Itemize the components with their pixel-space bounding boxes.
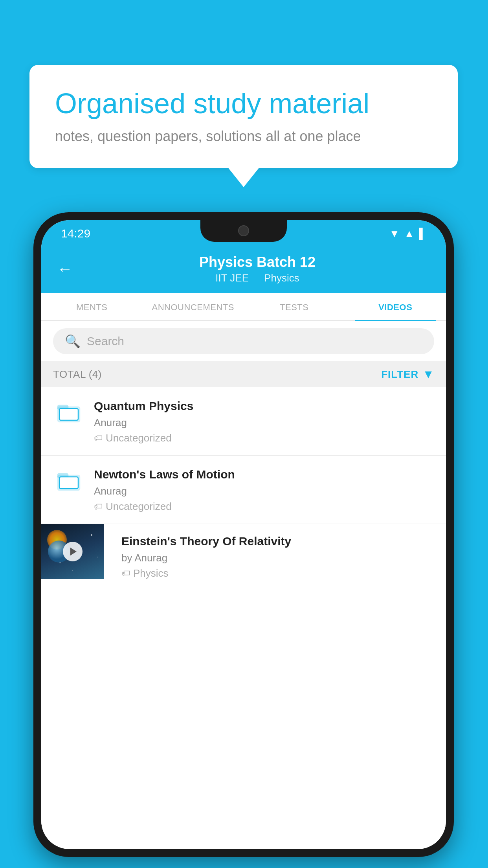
wifi-icon: ▼ [389, 228, 400, 240]
thumbnail-space-bg [41, 524, 104, 579]
filter-label: FILTER [381, 368, 418, 381]
phone-screen: 14:29 ▼ ▲ ▌ ← Physics Batch 12 IIT JEE P… [41, 220, 446, 849]
video-author-2: Anurag [94, 485, 434, 497]
subtitle-part2: Physics [264, 272, 299, 284]
svg-point-8 [97, 557, 98, 557]
search-box[interactable]: 🔍 Search [53, 328, 434, 354]
svg-rect-5 [59, 477, 78, 489]
bubble-subtitle: notes, question papers, solutions all at… [55, 128, 432, 145]
tab-ments[interactable]: MENTS [41, 293, 143, 320]
video-info-1: Quantum Physics Anurag 🏷 Uncategorized [94, 398, 434, 444]
search-icon: 🔍 [65, 334, 81, 349]
video-item-2[interactable]: Newton's Laws of Motion Anurag 🏷 Uncateg… [41, 456, 446, 524]
speech-bubble: Organised study material notes, question… [29, 65, 458, 168]
video-tag-1: 🏷 Uncategorized [94, 432, 434, 444]
filter-icon: ▼ [422, 368, 434, 381]
tag-text-1: Uncategorized [106, 432, 172, 444]
phone-wrapper: 14:29 ▼ ▲ ▌ ← Physics Batch 12 IIT JEE P… [33, 212, 454, 857]
video-author-3: by Anurag [121, 552, 438, 564]
video-title-1: Quantum Physics [94, 398, 434, 414]
filter-button[interactable]: FILTER ▼ [381, 368, 434, 381]
tag-text-2: Uncategorized [106, 500, 172, 513]
video-tag-2: 🏷 Uncategorized [94, 500, 434, 513]
video-info-2: Newton's Laws of Motion Anurag 🏷 Uncateg… [94, 467, 434, 513]
header-title-group: Physics Batch 12 IIT JEE Physics [84, 254, 430, 284]
svg-point-10 [72, 570, 73, 571]
tag-icon-2: 🏷 [94, 502, 103, 512]
svg-rect-2 [59, 408, 78, 420]
video-thumbnail-3 [41, 524, 104, 579]
app-header: ← Physics Batch 12 IIT JEE Physics [41, 247, 446, 293]
tab-tests[interactable]: TESTS [244, 293, 345, 320]
video-title-2: Newton's Laws of Motion [94, 467, 434, 482]
svg-point-6 [91, 534, 92, 536]
search-placeholder: Search [87, 335, 124, 348]
folder-icon-1 [53, 398, 84, 423]
tab-videos[interactable]: VIDEOS [345, 293, 446, 320]
phone-camera [238, 225, 249, 236]
search-container: 🔍 Search [41, 321, 446, 361]
video-item-1[interactable]: Quantum Physics Anurag 🏷 Uncategorized [41, 387, 446, 456]
phone-outer: 14:29 ▼ ▲ ▌ ← Physics Batch 12 IIT JEE P… [33, 212, 454, 857]
play-button-3[interactable] [63, 542, 83, 561]
tabs-bar: MENTS ANNOUNCEMENTS TESTS VIDEOS [41, 293, 446, 321]
video-tag-3: 🏷 Physics [121, 567, 438, 579]
video-info-3: Einstein's Theory Of Relativity by Anura… [114, 524, 446, 587]
status-time: 14:29 [61, 227, 90, 240]
phone-notch [200, 220, 287, 242]
tab-announcements[interactable]: ANNOUNCEMENTS [143, 293, 244, 320]
content-list: Quantum Physics Anurag 🏷 Uncategorized [41, 387, 446, 849]
header-subtitle: IIT JEE Physics [84, 272, 430, 284]
play-triangle [70, 548, 77, 555]
folder-icon-2 [53, 467, 84, 492]
total-count: TOTAL (4) [53, 368, 102, 381]
header-title: Physics Batch 12 [84, 254, 430, 270]
tag-icon-3: 🏷 [121, 568, 130, 579]
video-author-1: Anurag [94, 417, 434, 429]
tag-text-3: Physics [133, 567, 169, 579]
status-icons: ▼ ▲ ▌ [389, 228, 426, 240]
signal-icon: ▲ [404, 228, 415, 240]
video-title-3: Einstein's Theory Of Relativity [121, 533, 438, 549]
video-item-3[interactable]: Einstein's Theory Of Relativity by Anura… [41, 524, 446, 587]
tag-icon-1: 🏷 [94, 433, 103, 443]
battery-icon: ▌ [419, 228, 426, 240]
back-button[interactable]: ← [57, 260, 73, 278]
subtitle-part1: IIT JEE [215, 272, 249, 284]
filter-bar: TOTAL (4) FILTER ▼ [41, 361, 446, 387]
bubble-title: Organised study material [55, 86, 432, 120]
